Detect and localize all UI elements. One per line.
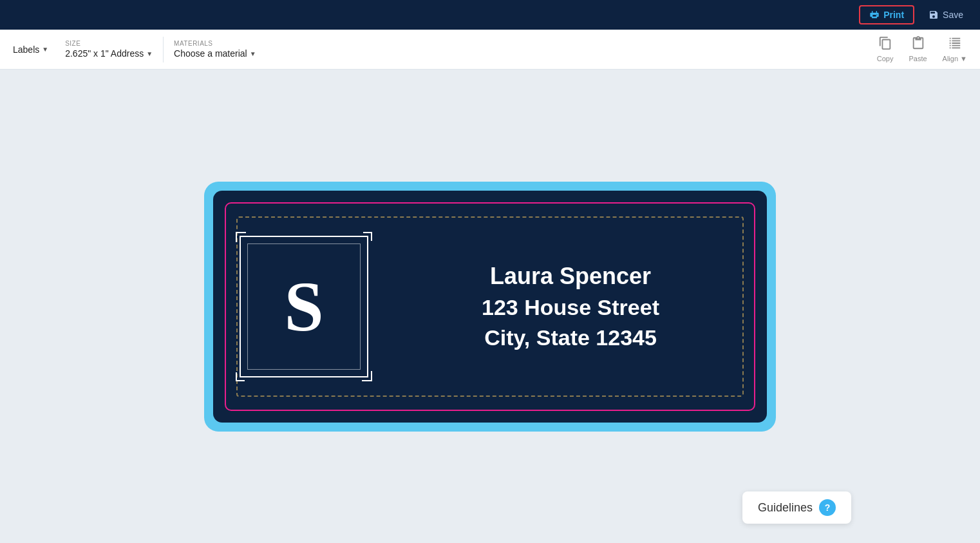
copy-action[interactable]: Copy [877, 36, 894, 62]
corner-tr [363, 232, 372, 241]
label-card[interactable]: S Laura Spencer 123 House Street City, S… [213, 191, 767, 423]
address-street-line: 123 House Street [397, 295, 744, 320]
save-icon [928, 10, 939, 20]
align-icon [948, 36, 962, 53]
monogram-letter: S [284, 271, 323, 342]
guidelines-help-icon: ? [819, 499, 836, 516]
address-city-line: City, State 12345 [397, 325, 744, 350]
size-chevron-icon: ▼ [146, 50, 153, 57]
size-section-label: SIZE [65, 40, 153, 47]
address-text-block[interactable]: Laura Spencer 123 House Street City, Sta… [372, 263, 744, 350]
printer-icon [869, 10, 880, 20]
toolbar-strip: Labels ▼ SIZE 2.625" x 1" Address ▼ MATE… [0, 30, 980, 70]
monogram-box[interactable]: S [236, 229, 372, 384]
toolbar-right-actions: Copy Paste Align ▼ [877, 36, 967, 62]
paste-icon [911, 36, 925, 53]
guidelines-button[interactable]: Guidelines ? [742, 491, 851, 524]
product-type-dropdown[interactable]: Labels ▼ [13, 44, 48, 55]
materials-value: Choose a material [174, 48, 247, 59]
guidelines-label: Guidelines [758, 501, 813, 515]
size-value: 2.625" x 1" Address [65, 48, 144, 59]
label-outer-wrapper: S Laura Spencer 123 House Street City, S… [204, 182, 776, 432]
materials-section: MATERIALS Choose a material ▼ [174, 37, 267, 62]
corner-bl [236, 372, 245, 381]
copy-icon [878, 36, 892, 53]
print-button[interactable]: Print [859, 5, 914, 24]
product-type-section: Labels ▼ [13, 37, 59, 62]
canvas-area: S Laura Spencer 123 House Street City, S… [0, 70, 980, 543]
copy-label: Copy [877, 55, 894, 62]
top-bar: Print Save [0, 0, 980, 30]
paste-action[interactable]: Paste [909, 36, 927, 62]
product-type-chevron-icon: ▼ [42, 46, 48, 53]
materials-chevron-icon: ▼ [250, 50, 256, 57]
monogram-frame: S [240, 236, 368, 377]
paste-label: Paste [909, 55, 927, 62]
print-label: Print [883, 10, 904, 20]
align-action[interactable]: Align ▼ [943, 36, 967, 62]
product-type-label: Labels [13, 44, 39, 55]
materials-section-label: MATERIALS [174, 40, 256, 47]
save-label: Save [943, 10, 963, 20]
address-name-line: Laura Spencer [397, 263, 744, 290]
save-button[interactable]: Save [919, 6, 972, 23]
size-section: SIZE 2.625" x 1" Address ▼ [65, 37, 164, 62]
size-dropdown[interactable]: 2.625" x 1" Address ▼ [65, 48, 153, 59]
materials-dropdown[interactable]: Choose a material ▼ [174, 48, 256, 59]
align-label: Align ▼ [943, 55, 967, 62]
